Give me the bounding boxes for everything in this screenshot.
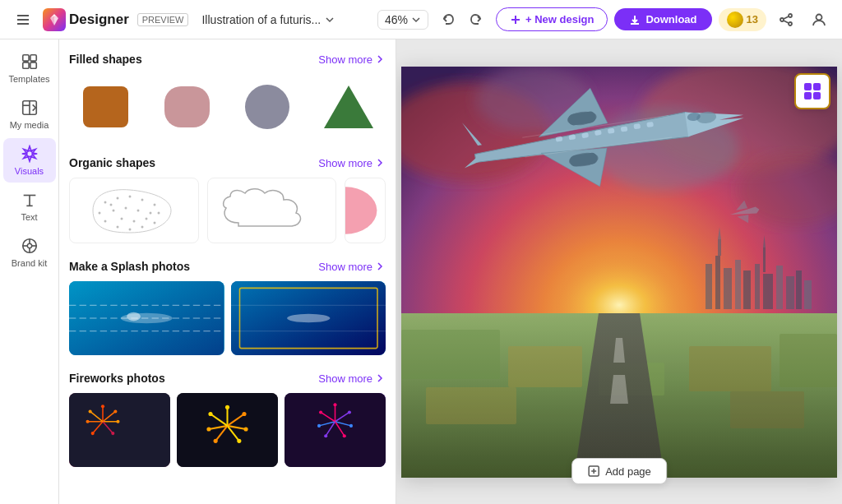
add-page-button[interactable]: Add page	[571, 458, 667, 484]
splash-show-more[interactable]: Show more	[318, 261, 386, 273]
fireworks-photo-2[interactable]	[177, 393, 278, 467]
organic-pink[interactable]	[345, 178, 386, 243]
svg-point-93	[214, 439, 218, 443]
svg-point-38	[153, 204, 155, 206]
add-page-icon	[587, 465, 600, 478]
splash-chevron-icon	[374, 261, 386, 272]
svg-point-46	[112, 210, 114, 212]
zoom-value: 46%	[385, 13, 408, 26]
splash-photos-row	[69, 281, 386, 355]
templates-icon	[21, 53, 39, 71]
svg-rect-160	[401, 67, 837, 478]
organic-shapes-show-more[interactable]: Show more	[318, 157, 386, 169]
new-design-button[interactable]: + New design	[496, 7, 608, 31]
svg-rect-163	[804, 92, 812, 99]
svg-rect-31	[164, 86, 210, 127]
organic-shapes-title: Organic shapes	[69, 156, 155, 169]
show-more-chevron-icon	[374, 53, 386, 65]
add-page-label: Add page	[605, 465, 651, 478]
svg-point-104	[333, 403, 336, 406]
sidebar-brand-label: Brand kit	[12, 258, 47, 268]
app-logo[interactable]: Designer	[43, 8, 129, 31]
svg-point-52	[109, 204, 112, 206]
profile-button[interactable]	[806, 7, 832, 33]
brand-kit-icon	[21, 237, 39, 255]
filled-pink-square[interactable]	[150, 74, 224, 140]
canvas-frame[interactable]	[401, 67, 837, 478]
corner-visuals-icon[interactable]	[794, 73, 830, 109]
logo-icon	[43, 8, 66, 31]
organic-chevron-icon	[374, 157, 386, 169]
filled-rounded-square[interactable]	[69, 74, 142, 140]
sidebar-item-my-media[interactable]: My media	[3, 92, 56, 136]
svg-point-76	[116, 420, 119, 423]
profile-icon	[811, 12, 827, 28]
svg-point-32	[245, 85, 289, 129]
svg-line-11	[784, 21, 789, 23]
coins-badge[interactable]: 13	[719, 8, 766, 31]
sidebar-item-brand-kit[interactable]: Brand kit	[3, 230, 56, 275]
rounded-square-shape	[79, 82, 132, 132]
fireworks-photo-3[interactable]	[285, 393, 386, 467]
svg-rect-14	[30, 55, 35, 61]
sidebar-media-label: My media	[10, 120, 49, 130]
fireworks-photos-row	[69, 393, 386, 467]
svg-point-47	[124, 207, 127, 210]
share-button[interactable]	[773, 7, 799, 33]
redo-button[interactable]	[463, 7, 489, 33]
sidebar-text-label: Text	[21, 212, 37, 222]
splash-photos-title: Make a Splash photos	[69, 260, 190, 273]
svg-point-8	[780, 18, 784, 21]
filled-shapes-title: Filled shapes	[69, 53, 142, 66]
fireworks-1-img	[69, 393, 170, 467]
topbar: Designer PREVIEW Illustration of a futur…	[0, 0, 842, 39]
svg-point-75	[113, 409, 117, 413]
svg-point-110	[319, 410, 322, 414]
new-design-label: + New design	[525, 13, 594, 25]
filled-shapes-show-more[interactable]: Show more	[318, 53, 386, 66]
svg-point-39	[157, 212, 160, 215]
svg-point-34	[104, 201, 106, 204]
svg-point-90	[242, 412, 246, 416]
plus-icon	[510, 14, 521, 25]
app-name: Designer	[69, 12, 129, 28]
organic-cloud[interactable]	[207, 178, 337, 243]
sidebar-visuals-label: Visuals	[15, 166, 44, 176]
svg-point-54	[345, 187, 377, 234]
zoom-chevron-icon	[411, 15, 421, 25]
organic-dotted-shape	[76, 182, 192, 239]
pool-swimmer-1-img	[69, 281, 224, 355]
svg-point-20	[26, 150, 32, 156]
fireworks-photos-title: Fireworks photos	[69, 372, 165, 385]
svg-rect-161	[804, 83, 812, 90]
download-button[interactable]: Download	[614, 8, 711, 30]
svg-point-60	[127, 312, 141, 321]
download-icon	[629, 14, 641, 25]
pool-photo-1[interactable]	[69, 281, 224, 355]
pool-photo-2[interactable]	[231, 281, 386, 355]
sidebar-item-templates[interactable]: Templates	[3, 46, 56, 90]
fireworks-photo-1[interactable]	[69, 393, 170, 467]
svg-point-77	[111, 432, 114, 435]
topbar-right: 46% + New design	[377, 7, 832, 33]
zoom-control[interactable]: 46%	[377, 10, 428, 30]
undo-button[interactable]	[435, 7, 461, 33]
download-label: Download	[645, 13, 696, 25]
sidebar-item-visuals[interactable]: Visuals	[3, 138, 56, 183]
doc-title[interactable]: Illustration of a futuris...	[201, 13, 335, 26]
svg-point-43	[116, 226, 118, 229]
svg-point-107	[343, 434, 346, 437]
menu-button[interactable]	[10, 7, 36, 33]
pink-square-shape	[160, 82, 214, 132]
filled-circle[interactable]	[232, 74, 305, 140]
sidebar-item-text[interactable]: Text	[3, 184, 56, 229]
svg-point-80	[89, 409, 92, 413]
filled-triangle[interactable]	[312, 74, 386, 140]
fireworks-2-img	[177, 393, 278, 467]
fireworks-show-more[interactable]: Show more	[318, 372, 386, 385]
canvas-illustration	[401, 67, 837, 478]
svg-point-41	[141, 226, 143, 229]
organic-dotted[interactable]	[69, 178, 199, 243]
organic-shapes-row	[69, 178, 386, 243]
svg-point-53	[145, 218, 147, 220]
